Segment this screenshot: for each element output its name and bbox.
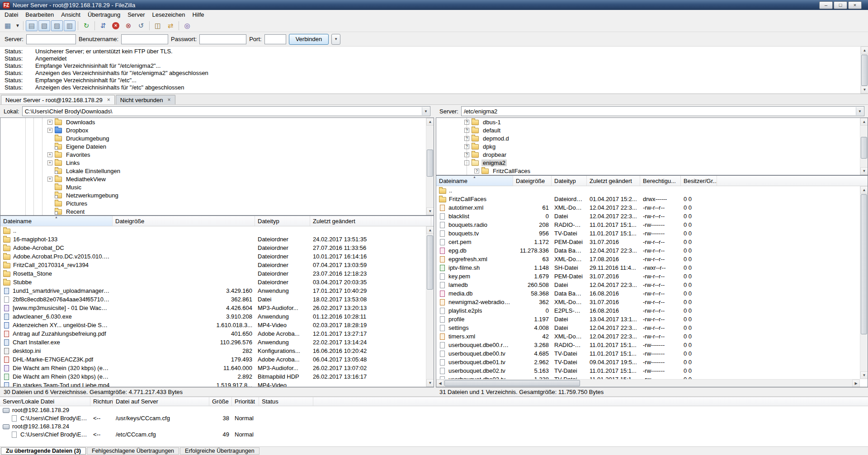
file-row[interactable]: media.db58.368Data Base ...16.08.2016-rw…	[436, 289, 868, 298]
file-row[interactable]: DHL-Marke-E7NGEACZ3K.pdf179.493Adobe Acr…	[0, 355, 434, 364]
menu-lesezeichen[interactable]: Lesezeichen	[148, 10, 189, 19]
file-row[interactable]: Adobe-Acrobat_DCDateiordner27.07.2016 11…	[0, 244, 434, 252]
tree-item[interactable]: +Downloads	[0, 118, 434, 126]
column-header-zuletzt-ge-ndert[interactable]: Zuletzt geändert	[310, 216, 431, 226]
file-row[interactable]: FritzCallFacesDateiordner01.04.2017 15:2…	[436, 195, 868, 203]
tree-item[interactable]: +Favorites	[0, 150, 434, 159]
tree-expander[interactable]: +	[47, 177, 52, 182]
quickconnect-dropdown-icon[interactable]: ▼	[331, 34, 340, 45]
column-header-berechtigu[interactable]: Berechtigu...	[640, 176, 681, 186]
file-row[interactable]: bouquets.tv956TV-Datei11.01.2017 15:1...…	[436, 229, 868, 238]
queue-row[interactable]: root@192.168.178.29	[0, 406, 868, 414]
file-row[interactable]: Ein starkes Team-Tod und Liebe.mp41.519.…	[0, 381, 434, 387]
tree-item[interactable]: +Dropbox	[0, 126, 434, 134]
file-row[interactable]: key.pem1.679PEM-Datei31.07.2016-rw-r--r-…	[436, 272, 868, 281]
directory-comparison-button[interactable]: ◫	[152, 20, 164, 31]
column-header-dateityp[interactable]: Dateityp	[552, 176, 587, 186]
tree-item[interactable]: Eigene Dateien	[0, 142, 434, 150]
queue-tab-fehlgeschlagene-bertragungen[interactable]: Fehlgeschlagene Übertragungen	[87, 447, 179, 455]
scroll-thumb[interactable]	[444, 380, 580, 386]
tree-expander[interactable]: ?	[474, 169, 479, 174]
session-tab[interactable]: Neuer Server - root@192.168.178.29×	[1, 95, 115, 104]
tab-close-icon[interactable]: ×	[107, 97, 110, 103]
remote-list-scrollbar[interactable]: ▲ ▼	[860, 186, 868, 379]
column-header-dateiname[interactable]: Dateiname▲	[436, 176, 513, 186]
session-tab[interactable]: Nicht verbunden×	[116, 95, 175, 104]
queue-column-richtung[interactable]: Richtung	[90, 397, 113, 406]
tree-item[interactable]: Netzwerkumgebung	[0, 191, 434, 199]
reconnect-button[interactable]: ↺	[135, 20, 147, 31]
port-input[interactable]	[264, 34, 286, 44]
file-row[interactable]: ..	[436, 186, 868, 195]
minimize-button[interactable]: –	[819, 1, 833, 9]
scroll-thumb[interactable]	[861, 194, 867, 334]
file-row[interactable]: desktop.ini282Konfigurations...16.06.201…	[0, 347, 434, 355]
queue-column-status[interactable]: Status	[259, 397, 313, 406]
tree-item[interactable]: ?dropbear	[436, 150, 868, 159]
menu-bertragung[interactable]: Übertragung	[84, 10, 124, 19]
scroll-left-icon[interactable]: ◀	[436, 380, 444, 387]
queue-tab-zu-bertragende-dateien-3[interactable]: Zu übertragende Dateien (3)	[1, 447, 86, 455]
file-row[interactable]: blacklist0Datei12.04.2017 22:3...-rw-r--…	[436, 212, 868, 220]
file-row[interactable]: newnigma2-webradio.xml362XML-Doku...31.0…	[436, 298, 868, 306]
tree-item[interactable]: Recent	[0, 207, 434, 216]
file-row[interactable]: [www.mp3musicsite] - 01 Die Wacht a...4.…	[0, 304, 434, 312]
refresh-button[interactable]: ↻	[80, 20, 92, 31]
scroll-up-icon[interactable]: ▲	[860, 186, 868, 194]
queue-column-gr-e[interactable]: Größe	[209, 397, 232, 406]
tree-expander[interactable]: +	[47, 152, 52, 157]
close-button[interactable]: ×	[848, 1, 862, 9]
tree-item[interactable]: -enigma2	[436, 159, 868, 167]
scroll-up-icon[interactable]: ▲	[861, 47, 868, 54]
toggle-queue-button[interactable]: ▥	[64, 20, 75, 31]
scroll-down-icon[interactable]: ▼	[426, 207, 434, 215]
toggle-local-tree-button[interactable]: ▧	[38, 20, 50, 31]
file-row[interactable]: cert.pem1.172PEM-Datei31.07.2016-rw-r--r…	[436, 238, 868, 246]
file-row[interactable]: 1und1_smartdrive_uploadmanager.exe3.429.…	[0, 286, 434, 295]
file-row[interactable]: Die Wacht am Rhein (320 kbps) (eMP...2.8…	[0, 372, 434, 381]
synchronized-browsing-button[interactable]: ⇄	[165, 20, 176, 31]
remote-path-combo[interactable]: /etc/enigma2 ▼	[461, 106, 864, 116]
local-tree-scrollbar[interactable]: ▲ ▼	[426, 118, 434, 215]
scroll-down-icon[interactable]: ▼	[860, 371, 868, 379]
tree-item[interactable]: Pictures	[0, 199, 434, 207]
tree-expander[interactable]: +	[47, 160, 52, 165]
tree-expander[interactable]: +	[47, 128, 52, 133]
queue-row[interactable]: root@192.168.178.24	[0, 422, 868, 431]
tree-item[interactable]: ?dpkg	[436, 142, 868, 150]
file-row[interactable]: epg.db11.278.336Data Base ...12.04.2017 …	[436, 246, 868, 255]
scroll-thumb[interactable]	[861, 55, 868, 86]
quickconnect-button[interactable]: Verbinden	[289, 34, 329, 45]
scroll-thumb[interactable]	[861, 137, 867, 159]
menu-datei[interactable]: Datei	[1, 10, 22, 19]
password-input[interactable]	[199, 34, 246, 44]
remote-path-dropdown-icon[interactable]: ▼	[856, 107, 863, 115]
file-row[interactable]: Antrag auf Zuzahlungsbefreiung.pdf401.65…	[0, 329, 434, 338]
file-row[interactable]: Chart Installer.exe110.296.576Anwendung2…	[0, 338, 434, 347]
file-row[interactable]: StubbeDateiordner03.04.2017 20:03:35	[0, 278, 434, 286]
file-row[interactable]: playlist.e2pls0E2PLS-Datei16.08.2016-rw-…	[436, 306, 868, 315]
file-row[interactable]: iptv-filme.sh1.148SH-Datei29.11.2016 11:…	[436, 263, 868, 272]
scroll-down-icon[interactable]: ▼	[861, 86, 868, 94]
local-path-combo[interactable]: C:\Users\Chief Brody\Downloads\ ▼	[22, 106, 430, 116]
tree-item[interactable]: Druckumgebung	[0, 134, 434, 142]
username-input[interactable]	[121, 34, 168, 44]
tree-expander[interactable]: +	[47, 120, 52, 125]
scroll-up-icon[interactable]: ▲	[860, 118, 868, 126]
tree-item[interactable]: ?dbus-1	[436, 118, 868, 126]
queue-row[interactable]: C:\Users\Chief Brody\Eige...<--/etc/CCca…	[0, 431, 868, 439]
menu-hilfe[interactable]: Hilfe	[189, 10, 208, 19]
scroll-down-icon[interactable]: ▼	[426, 379, 434, 387]
process-queue-button[interactable]: ⇵	[97, 20, 109, 31]
queue-column-priorit-t[interactable]: Priorität	[232, 397, 259, 406]
scroll-up-icon[interactable]: ▲	[426, 226, 434, 234]
tree-item[interactable]: ?depmod.d	[436, 134, 868, 142]
file-row[interactable]: adwcleaner_6.030.exe3.910.208Anwendung01…	[0, 312, 434, 321]
file-row[interactable]: 16-magiphot-133Dateiordner24.02.2017 13:…	[0, 235, 434, 244]
tree-item[interactable]: ?FritzCallFaces	[436, 167, 868, 175]
file-row[interactable]: bouquets.radio208RADIO-Datei11.01.2017 1…	[436, 220, 868, 229]
file-row[interactable]: epgrefresh.xml63XML-Doku...17.08.2016-rw…	[436, 255, 868, 263]
maximize-button[interactable]: □	[834, 1, 847, 9]
toggle-remote-tree-button[interactable]: ▨	[51, 20, 63, 31]
tab-close-icon[interactable]: ×	[168, 97, 171, 103]
